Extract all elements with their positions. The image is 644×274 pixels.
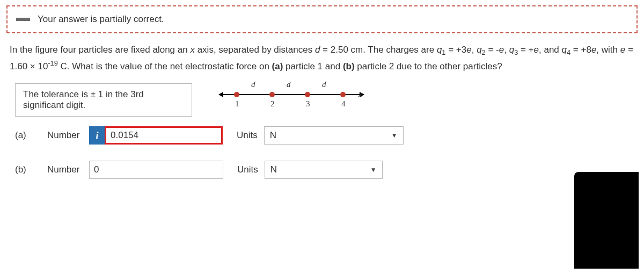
minus-icon bbox=[16, 18, 30, 21]
tolerance-note: The tolerance is ± 1 in the 3rd signific… bbox=[15, 83, 192, 117]
question-text: In the figure four particles are fixed a… bbox=[10, 43, 634, 74]
chevron-down-icon: ▼ bbox=[391, 132, 398, 139]
info-icon[interactable]: i bbox=[89, 126, 105, 145]
part-b-tag: (b) bbox=[15, 164, 47, 175]
particle-diagram: 1 2 3 4 d d d x bbox=[219, 81, 364, 119]
feedback-text: Your answer is partially correct. bbox=[38, 14, 164, 25]
number-label: Number bbox=[47, 130, 89, 141]
chevron-down-icon: ▼ bbox=[370, 166, 377, 174]
part-a-number-input[interactable]: 0.0154 bbox=[105, 126, 223, 145]
feedback-banner: Your answer is partially correct. bbox=[6, 5, 638, 33]
part-b-units-select[interactable]: N ▼ bbox=[265, 161, 383, 179]
part-a-units-select[interactable]: N ▼ bbox=[264, 126, 404, 145]
part-b-row: (b) Number 0 Units N ▼ bbox=[15, 161, 634, 179]
side-panel[interactable] bbox=[574, 172, 639, 269]
part-a-tag: (a) bbox=[15, 130, 47, 141]
units-label: Units bbox=[237, 130, 258, 141]
number-label: Number bbox=[47, 164, 89, 175]
part-a-row: (a) Number i 0.0154 Units N ▼ bbox=[15, 126, 634, 145]
units-label: Units bbox=[237, 164, 258, 175]
part-b-number-input[interactable]: 0 bbox=[89, 161, 223, 179]
